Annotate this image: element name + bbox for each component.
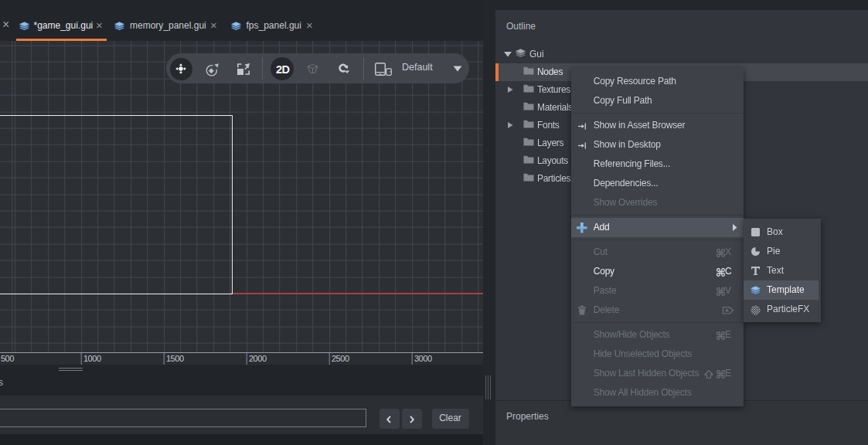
svg-text:3000: 3000 xyxy=(414,354,432,363)
svg-text:2500: 2500 xyxy=(332,354,349,363)
svg-text:500: 500 xyxy=(1,354,14,363)
svg-text:1000: 1000 xyxy=(83,354,101,363)
svg-text:2000: 2000 xyxy=(249,354,267,363)
svg-text:1500: 1500 xyxy=(166,354,184,363)
